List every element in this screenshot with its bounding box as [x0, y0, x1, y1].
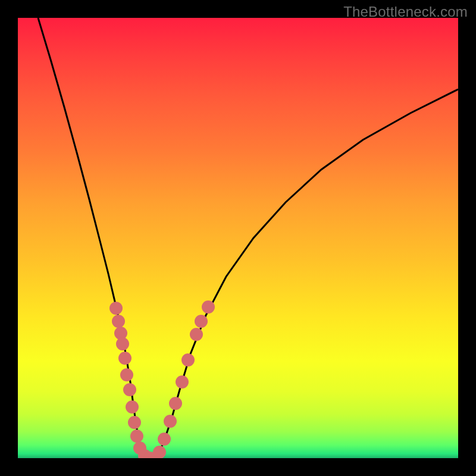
data-marker [181, 353, 195, 367]
data-markers [109, 300, 215, 458]
data-marker [118, 352, 131, 365]
data-marker [126, 400, 139, 414]
data-marker [190, 328, 203, 341]
data-marker [169, 397, 182, 410]
data-marker [164, 415, 177, 428]
data-marker [195, 315, 208, 328]
data-marker [116, 337, 129, 350]
chart-frame: TheBottleneck.com [0, 0, 476, 476]
data-marker [130, 430, 143, 443]
watermark-text: TheBottleneck.com [343, 4, 468, 20]
data-marker [128, 416, 141, 429]
data-marker [158, 433, 171, 446]
data-marker [120, 368, 133, 381]
data-marker [202, 300, 215, 314]
chart-plot-area [18, 18, 458, 458]
curve-right-branch [156, 89, 458, 458]
data-marker [123, 383, 136, 396]
data-marker [176, 375, 189, 389]
data-marker [153, 446, 166, 458]
data-marker [112, 315, 125, 328]
chart-svg [18, 18, 458, 458]
data-marker [109, 302, 123, 315]
